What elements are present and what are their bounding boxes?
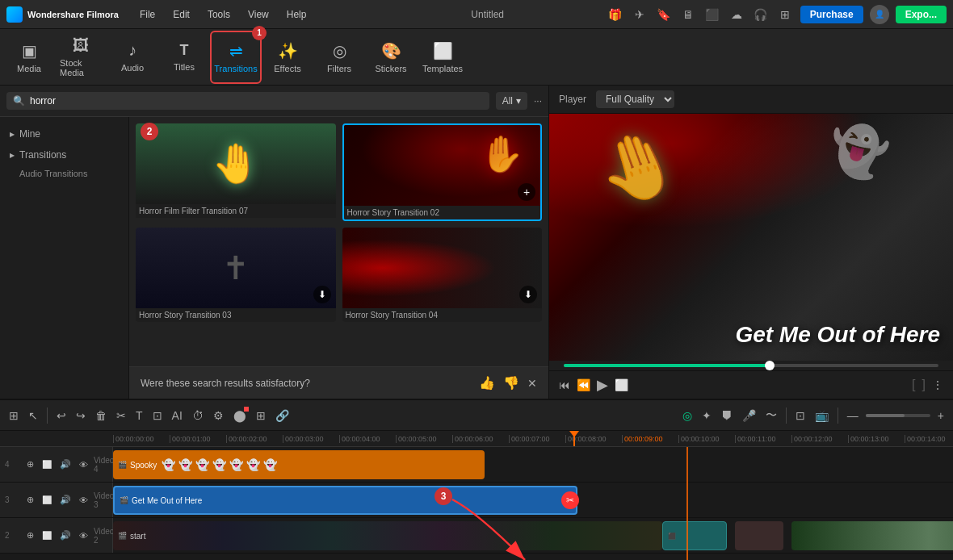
track-add-media-2[interactable]: ⊕ [24,528,36,543]
thumbs-down-button[interactable]: 👎 [503,375,519,391]
track-content-2[interactable]: 🎬 start ⬛ [113,518,953,553]
fullscreen-button[interactable]: ⬜ [615,378,628,391]
tool-media[interactable]: ▣ Media [3,31,55,84]
track-clip-4[interactable]: ⬜ [40,458,54,471]
ruler-mark-14: 00:00:14:00 [905,435,953,443]
tool-stock-media[interactable]: 🖼 Stock Media [55,31,107,84]
grid-item-2[interactable]: + Horror Story Transition 02 [342,123,543,221]
sidebar-item-transitions[interactable]: ▶ Transitions [0,144,128,165]
more-options-button[interactable]: ··· [534,95,542,107]
download-button-4[interactable]: ⬇ [519,286,537,303]
transition-clip-teal[interactable]: ⬛ [662,521,727,550]
add-to-timeline-button-2[interactable]: + [518,183,535,201]
monitor-icon[interactable]: 🖥 [679,6,697,23]
quality-select[interactable]: Full Quality [596,90,674,108]
track-add-media-3[interactable]: ⊕ [24,492,36,508]
apps-icon[interactable]: ⊞ [776,6,794,23]
search-input[interactable] [30,95,483,107]
start-clip[interactable]: 🎬 start [113,521,662,550]
sidebar-audio-transitions[interactable]: Audio Transitions [0,165,128,182]
track-visible-4[interactable]: 👁 [77,458,90,472]
player-progress-area [549,361,953,370]
undo-button[interactable]: ↩ [54,407,69,424]
menu-file[interactable]: File [132,6,163,23]
menu-edit[interactable]: Edit [165,6,198,23]
user-avatar[interactable]: 👤 [870,5,889,24]
purchase-button[interactable]: Purchase [800,6,863,23]
get-me-out-clip[interactable]: 🎬 Get Me Out of Here [113,486,577,515]
layout-button[interactable]: ⊞ [254,407,268,424]
notification-icon[interactable]: ✈ [631,6,649,23]
track-visible-3[interactable]: 👁 [77,493,90,508]
grid-item-4[interactable]: ⬇ Horror Story Transition 04 [342,228,543,322]
tool-titles[interactable]: T Titles [158,31,210,84]
thumbs-up-button[interactable]: 👍 [479,375,495,391]
delete-button[interactable]: 🗑 [93,407,109,424]
track-visible-2[interactable]: 👁 [77,529,90,543]
track-audio-2[interactable]: 🔊 [57,528,73,543]
menu-right: 🎁 ✈ 🔖 🖥 ⬛ ☁ 🎧 ⊞ Purchase 👤 Expo... [607,5,947,24]
filter-dropdown[interactable]: All ▾ [496,92,527,110]
grid-item-1[interactable]: Horror Film Filter Transition 07 [136,123,336,221]
zoom-in-button[interactable]: + [935,407,947,424]
track-content-3[interactable]: 🎬 Get Me Out of Here ✂ [113,483,953,517]
motion-button[interactable]: ✦ [699,407,714,424]
menu-view[interactable]: View [240,6,277,23]
tool-transitions[interactable]: 1 ⇌ Transitions [210,31,262,84]
text-button[interactable]: T [133,407,145,424]
audio-meter-button[interactable]: ◎ [680,407,695,424]
player-view: 🤚 👻 Get Me Out of Here [549,114,953,361]
track-content-4[interactable]: 🎬 Spooky 👻 👻 👻 👻 👻 👻 👻 [113,447,953,482]
mic-button[interactable]: 🎤 [740,407,758,424]
bookmark-icon[interactable]: 🔖 [655,6,673,23]
track-audio-3[interactable]: 🔊 [57,492,73,508]
clip-after-2[interactable] [791,521,953,550]
tool-filters[interactable]: ◎ Filters [313,31,365,84]
voice-button[interactable]: 〜 [763,406,779,425]
sidebar-item-mine[interactable]: ▶ Mine [0,123,128,144]
ai-button[interactable]: AI [170,407,185,424]
track-clip-3[interactable]: ⬜ [40,493,54,507]
screen-record-button[interactable]: 📺 [812,407,831,424]
skip-back-button[interactable]: ⏮ [559,378,570,391]
cloud-icon[interactable]: ☁ [728,6,745,23]
player-progress-bar[interactable] [564,364,938,367]
grid-item-3[interactable]: ⬇ Horror Story Transition 03 [136,228,336,322]
crop-button[interactable]: ⊡ [150,407,165,424]
search-input-wrap[interactable]: 🔍 [6,92,489,110]
track-audio-4[interactable]: 🔊 [57,457,73,472]
tool-templates[interactable]: ⬜ Templates [417,31,468,84]
settings-button[interactable]: ⚙ [211,407,226,424]
select-tool-button[interactable]: ↖ [26,407,40,424]
screen-icon[interactable]: ⬛ [703,6,721,23]
step-back-button[interactable]: ⏪ [577,378,590,391]
progress-thumb[interactable] [765,361,775,370]
record-button[interactable]: ⬤ [231,407,249,424]
menu-help[interactable]: Help [279,6,315,23]
export-button[interactable]: Expo... [896,6,947,23]
spooky-clip[interactable]: 🎬 Spooky 👻 👻 👻 👻 👻 👻 👻 [113,450,485,479]
clip-after-1[interactable] [735,521,783,550]
tool-audio[interactable]: ♪ Audio [107,31,158,84]
redo-button[interactable]: ↪ [73,407,88,424]
more-controls-button[interactable]: ⋮ [932,378,943,391]
track-clip-2[interactable]: ⬜ [40,529,54,542]
mask-button[interactable]: ⛊ [719,407,735,424]
cut-button[interactable]: ✂ [114,407,128,424]
zoom-out-button[interactable]: — [845,407,861,424]
time-button[interactable]: ⏱ [190,407,206,424]
headphone-icon[interactable]: 🎧 [752,6,770,23]
scissors-button[interactable]: ✂ [561,491,579,509]
download-button-3[interactable]: ⬇ [313,286,331,303]
track-add-media-4[interactable]: ⊕ [24,457,36,472]
gift-icon[interactable]: 🎁 [607,6,624,23]
play-button[interactable]: ▶ [597,376,608,394]
link-button[interactable]: 🔗 [273,407,292,424]
menu-tools[interactable]: Tools [199,6,238,23]
step-2-badge: 2 [141,123,158,140]
feedback-close-button[interactable]: ✕ [527,377,537,390]
tool-effects[interactable]: ✨ Effects [262,31,313,84]
pip-button[interactable]: ⊡ [793,407,808,424]
tool-stickers[interactable]: 🎨 Stickers [365,31,417,84]
grid-view-button[interactable]: ⊞ [6,407,21,424]
